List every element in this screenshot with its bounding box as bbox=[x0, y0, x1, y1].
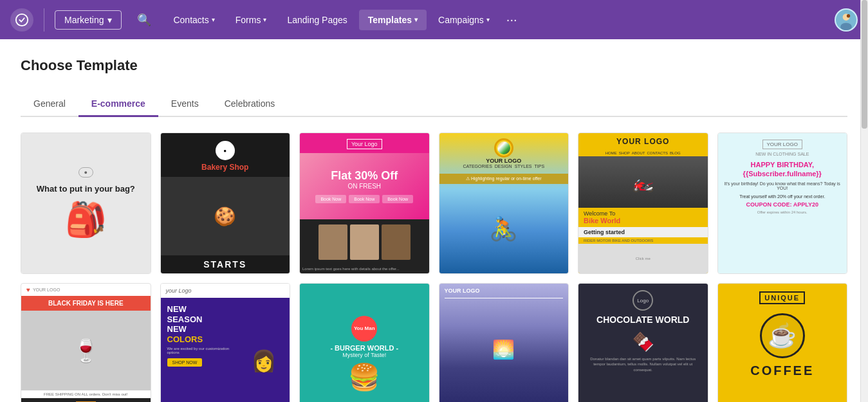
trend-logo: YOUR LOGO bbox=[439, 284, 569, 298]
bike-logo: YOUR LOGO bbox=[582, 137, 704, 146]
bike-welcome: Welcome To bbox=[584, 210, 703, 217]
bday-coupon: COUPON CODE: APPLY20 bbox=[746, 201, 818, 208]
avatar[interactable] bbox=[835, 8, 858, 32]
bf-banner: BLACK FRIDAY IS HERE bbox=[21, 296, 151, 311]
choc-desc: Donatur blandan dan sit amet quam parts … bbox=[585, 356, 701, 372]
main-content: Choose Template General E-commerce Event… bbox=[0, 39, 868, 402]
season-desc: We are excited by our customization opti… bbox=[167, 347, 240, 354]
season-new: NEW SEASON NEW bbox=[167, 304, 240, 334]
campaigns-chevron: ▾ bbox=[486, 16, 490, 23]
template-birthday[interactable]: YOUR LOGO NEW IN CLOTHING SALE HAPPY BIR… bbox=[717, 132, 848, 274]
bakery-food-icon: 🍪 bbox=[161, 177, 290, 255]
template-newseason[interactable]: your Logo NEW SEASON NEW COLORS We are e… bbox=[160, 283, 291, 402]
nav-landing-pages[interactable]: Landing Pages bbox=[278, 10, 356, 30]
tab-ecommerce[interactable]: E-commerce bbox=[78, 92, 158, 117]
burger-icon: 🍔 bbox=[348, 362, 380, 392]
cosm-logo: Your Logo bbox=[347, 139, 382, 149]
bday-logo: YOUR LOGO bbox=[762, 140, 802, 149]
cosm-btn3[interactable]: Book Now bbox=[382, 195, 413, 203]
tab-general[interactable]: General bbox=[21, 92, 78, 117]
page-title: Choose Template bbox=[21, 57, 847, 74]
app-logo[interactable] bbox=[10, 8, 33, 32]
template-coffee[interactable]: UNIQUE ☕ COFFEE bbox=[717, 283, 848, 402]
cosm-btn2[interactable]: Book Now bbox=[349, 195, 380, 203]
tab-events[interactable]: Events bbox=[158, 92, 212, 117]
bf-bottom-img: 🖼️ bbox=[21, 398, 151, 402]
trend-img: 🌅 bbox=[439, 298, 569, 401]
cycle-logo-ring bbox=[494, 138, 513, 158]
template-burger[interactable]: You Man - BURGER WORLD - Mystery of Tast… bbox=[299, 283, 430, 402]
bf-img: 🍷 bbox=[21, 311, 151, 390]
cosm-subtext: ON FRESH bbox=[315, 183, 413, 190]
coffee-circle-icon: ☕ bbox=[760, 313, 805, 358]
season-img-col: 👩 bbox=[245, 304, 283, 402]
backpack-icon: 🎒 bbox=[65, 200, 107, 239]
cosm-offer: Flat 30% Off bbox=[315, 169, 413, 183]
bike-cta: Click me bbox=[578, 244, 708, 273]
choc-logo-circle: Logo bbox=[633, 290, 653, 311]
search-button[interactable]: 🔍 bbox=[129, 13, 159, 27]
svg-point-4 bbox=[847, 14, 850, 17]
nav-campaigns[interactable]: Campaigns ▾ bbox=[429, 10, 499, 30]
template-cycling[interactable]: YOUR LOGO CATEGORIESDESIGNSTYLESTIPS ⚠ H… bbox=[439, 132, 569, 274]
scrollbar[interactable] bbox=[860, 0, 868, 402]
templates-chevron: ▾ bbox=[414, 16, 418, 23]
template-chocolate[interactable]: Logo CHOCOLATE WORLD 🍫 Donatur blandan d… bbox=[578, 283, 708, 402]
bday-title: HAPPY BIRTHDAY, {{Subscriber.fullname}} bbox=[725, 160, 841, 179]
nav-contacts[interactable]: Contacts ▾ bbox=[164, 10, 223, 30]
season-logo: your Logo bbox=[161, 284, 290, 298]
bike-section: RIDER MOTOR BIKE AND OUTDOORS bbox=[578, 237, 708, 244]
marketing-chevron: ▾ bbox=[107, 15, 112, 25]
template-blackfriday[interactable]: ♥ YOUR LOGO BLACK FRIDAY IS HERE 🍷 FREE … bbox=[21, 283, 151, 402]
bakery-name: Bakery Shop bbox=[166, 163, 285, 172]
nav-more[interactable]: ··· bbox=[501, 7, 522, 32]
tabs: General E-commerce Events Celebrations bbox=[21, 92, 847, 117]
template-backpack[interactable]: ● What to put in your bag? 🎒 bbox=[21, 132, 151, 274]
bike-getting: Getting started bbox=[578, 227, 708, 237]
marketing-label: Marketing bbox=[64, 15, 104, 25]
template-bike[interactable]: YOUR LOGO HOMESHOPABOUTCONTACTSBLOG 🏍️ W… bbox=[578, 132, 708, 274]
template-bakery[interactable]: ● Bakery Shop 🍪 STARTS bbox=[160, 132, 291, 274]
burger-brand: - BURGER WORLD - bbox=[330, 344, 398, 352]
coffee-text: COFFEE bbox=[750, 363, 814, 378]
burger-tagline: Mystery of Taste! bbox=[342, 352, 386, 358]
season-colors: COLORS bbox=[167, 334, 240, 344]
scrollbar-thumb[interactable] bbox=[862, 0, 867, 129]
contacts-chevron: ▾ bbox=[212, 16, 215, 23]
navbar: Marketing ▾ 🔍 Contacts ▾ Forms ▾ Landing… bbox=[0, 0, 868, 39]
bday-sub: NEW IN CLOTHING SALE bbox=[755, 152, 809, 156]
cycle-img: 🚴 bbox=[489, 184, 518, 273]
bf-logo-text: YOUR LOGO bbox=[33, 288, 60, 292]
bday-treat: Treat yourself with 20% off your next or… bbox=[739, 194, 825, 199]
bday-footer: Offer expires within 24 hours. bbox=[757, 210, 808, 214]
choc-title: CHOCOLATE WORLD bbox=[596, 315, 689, 325]
marketing-dropdown[interactable]: Marketing ▾ bbox=[55, 10, 122, 30]
bakery-starts: STARTS bbox=[161, 255, 290, 273]
choc-icon: 🍫 bbox=[632, 331, 654, 352]
nav-divider bbox=[44, 8, 44, 32]
nav-templates[interactable]: Templates ▾ bbox=[359, 10, 427, 30]
bike-brand: Bike World bbox=[584, 217, 703, 224]
bday-body: It's your birthday! Do you know what tha… bbox=[725, 181, 841, 190]
cycle-nav: CATEGORIESDESIGNSTYLESTIPS bbox=[445, 164, 564, 169]
template-grid: ● What to put in your bag? 🎒 ● Bakery Sh… bbox=[21, 132, 847, 402]
cycle-logo-text: YOUR LOGO bbox=[445, 158, 564, 164]
template-trending[interactable]: YOUR LOGO 🌅 Trending Near You bbox=[439, 283, 569, 402]
bf-heart-icon: ♥ bbox=[26, 286, 30, 293]
backpack-logo-badge: ● bbox=[78, 167, 93, 178]
cosm-btn1[interactable]: Book Now bbox=[315, 195, 346, 203]
template-cosmetics[interactable]: Your Logo Flat 30% Off ON FRESH Book Now… bbox=[299, 132, 430, 274]
nav-items: Contacts ▾ Forms ▾ Landing Pages Templat… bbox=[164, 7, 829, 32]
cosm-lorem: Lorem ipsum text goes here with details … bbox=[300, 264, 429, 273]
nav-forms[interactable]: Forms ▾ bbox=[226, 10, 276, 30]
burger-badge: You Man bbox=[351, 316, 377, 342]
season-btn[interactable]: SHOP NOW bbox=[167, 358, 203, 367]
bakery-logo-circle: ● bbox=[216, 141, 235, 160]
cycle-banner: ⚠ Highlighting regular or on-time offer bbox=[439, 174, 569, 184]
bf-free-label: FREE SHIPPING ON ALL orders. Don't miss … bbox=[21, 390, 151, 398]
bike-nav: HOMESHOPABOUTCONTACTSBLOG bbox=[578, 151, 708, 155]
backpack-headline: What to put in your bag? bbox=[37, 183, 135, 196]
forms-chevron: ▾ bbox=[263, 16, 266, 23]
tab-celebrations[interactable]: Celebrations bbox=[212, 92, 288, 117]
cosm-faces bbox=[319, 224, 411, 260]
